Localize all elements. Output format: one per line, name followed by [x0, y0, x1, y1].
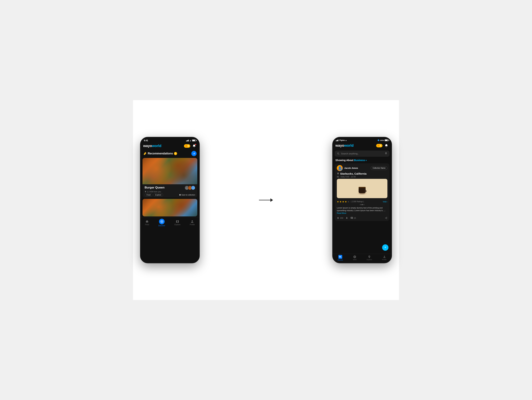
profile-icon-right [383, 255, 386, 258]
nav-feed[interactable]: Feed [145, 220, 149, 226]
search-placeholder: Search anything.. [341, 152, 359, 155]
right-bell-button[interactable] [384, 143, 389, 148]
signal-icon-2 [336, 140, 338, 141]
downvote-group[interactable] [346, 217, 348, 219]
tag-explore[interactable]: Explore [153, 193, 163, 197]
section-title-text: Recommendations [148, 152, 173, 155]
cup-shadow [360, 193, 365, 195]
svg-marker-1 [270, 198, 273, 202]
showing-about[interactable]: Showing About Business ▾ [333, 158, 392, 163]
card-info: Burger Queen 1.2 KM from you Food [142, 184, 197, 197]
star-1: ★ [337, 200, 339, 203]
location-icon [145, 191, 146, 192]
wifi-icon: ▲ [189, 140, 191, 142]
left-status-bar: 9:41 ▲ [140, 138, 199, 142]
share-icon [385, 217, 387, 219]
reccos-w-logo: W. [338, 255, 342, 259]
search-bar[interactable]: Search anything.. [335, 151, 390, 157]
mic-icon [385, 152, 387, 155]
card-2[interactable] [142, 199, 197, 216]
visit-button[interactable]: Visit › [383, 201, 387, 203]
right-bell-icon [385, 144, 388, 147]
map-icon [176, 220, 179, 223]
bc-location: Starbucks, California [335, 172, 390, 176]
food-photo [142, 158, 197, 184]
showing-value: Business [354, 159, 365, 162]
image-dots [335, 204, 390, 206]
home-icon [145, 220, 149, 223]
business-card: Jacob Jones Collection Name Starbucks, C… [335, 163, 390, 221]
card2-image [142, 199, 197, 216]
right-phone: Figma ▲ 9:41 AM 🔷 100% wayo world [332, 137, 392, 263]
bc-rating: ★ ★ ★ ★ ★ ( 2,500 Ratings ) Visit › [335, 200, 390, 204]
left-status-icons: ▲ [186, 140, 196, 142]
search-icon [337, 152, 340, 155]
battery-icon-2 [385, 139, 388, 141]
dot-3 [363, 204, 364, 205]
upvote-group[interactable]: 230 [337, 217, 343, 219]
tag-food[interactable]: Food [145, 193, 152, 197]
collection-name-button[interactable]: Collection Name [371, 166, 387, 170]
card-burger-queen[interactable]: Burger Queen 1.2 KM from you Food [142, 158, 197, 197]
comment-group[interactable]: 15 [350, 217, 356, 219]
save-to-collection-button[interactable]: Save to collection [179, 194, 195, 196]
shuffle-button[interactable] [191, 151, 196, 156]
place-meta: Burger Queen [145, 186, 195, 190]
right-bottom-nav: W. Reccos Whirl Explore Profile [333, 254, 392, 263]
arrow [259, 197, 273, 203]
bc-user: Jacob Jones [337, 165, 358, 171]
star-4: ★ [345, 200, 347, 203]
right-header-right: 5 [376, 143, 389, 148]
nav-explore[interactable]: Explore [174, 220, 180, 226]
nav-whirl[interactable]: Whirl [353, 255, 357, 260]
rating-count: ( 2,500 Ratings ) [351, 201, 364, 203]
nav-explore-right[interactable]: Explore [367, 255, 372, 260]
right-logo-world: world [344, 144, 354, 147]
left-time: 9:41 [144, 139, 148, 142]
battery-text: 100% [380, 140, 384, 141]
figma-label: Figma [339, 139, 345, 141]
coffee-cup [356, 183, 368, 194]
showing-label: Showing About [336, 159, 353, 162]
downvote-icon [346, 217, 348, 219]
shuffle-icon [193, 152, 195, 155]
recommendations-badge: 1 [174, 152, 177, 155]
discover-circle [159, 219, 165, 224]
nav-discover[interactable]: Discover [158, 219, 165, 227]
right-coin-badge[interactable]: 5 [376, 144, 382, 147]
dot-1 [360, 204, 361, 205]
comment-icon [350, 217, 353, 219]
nav-profile[interactable]: Profile [190, 220, 195, 226]
microphone-icon[interactable] [385, 152, 387, 155]
coin-badge[interactable]: 5 [184, 144, 190, 148]
cup-handle [364, 190, 367, 192]
chevron-down-icon: ▾ [366, 159, 367, 162]
location-pin-icon [337, 172, 339, 175]
read-more-button[interactable]: Read More [337, 212, 346, 214]
avatar-group [185, 186, 195, 190]
share-group[interactable] [385, 217, 387, 219]
right-logo-wayo: wayo [336, 144, 344, 147]
tags-row: Food Explore Save to collection [145, 193, 195, 197]
fab-button[interactable]: + [382, 244, 388, 251]
place-name: Burger Queen [145, 186, 165, 189]
left-logo: wayo world [143, 144, 161, 148]
right-logo: wayo world [336, 144, 354, 147]
upvote-icon [337, 217, 339, 219]
bc-description: Lorem Ipsum is simply dummy text of the … [335, 206, 390, 216]
bluetooth-icon: 🔷 [377, 139, 380, 141]
right-coin-icon [378, 145, 379, 146]
tags: Food Explore [145, 193, 163, 197]
bc-image [337, 179, 387, 198]
bc-header: Jacob Jones Collection Name [335, 163, 390, 172]
discover-icon [160, 220, 163, 223]
left-header: wayo world 5 [140, 142, 199, 150]
bell-button[interactable] [192, 144, 196, 148]
battery-icon [192, 140, 196, 141]
nav-profile-right[interactable]: Profile [382, 255, 387, 260]
nav-reccos[interactable]: W. Reccos [338, 255, 343, 261]
bookmark-icon [179, 194, 181, 196]
coin-icon [185, 145, 187, 147]
left-bottom-nav: Feed Discover Explore Profile [140, 217, 199, 229]
left-header-right: 5 [184, 144, 196, 148]
